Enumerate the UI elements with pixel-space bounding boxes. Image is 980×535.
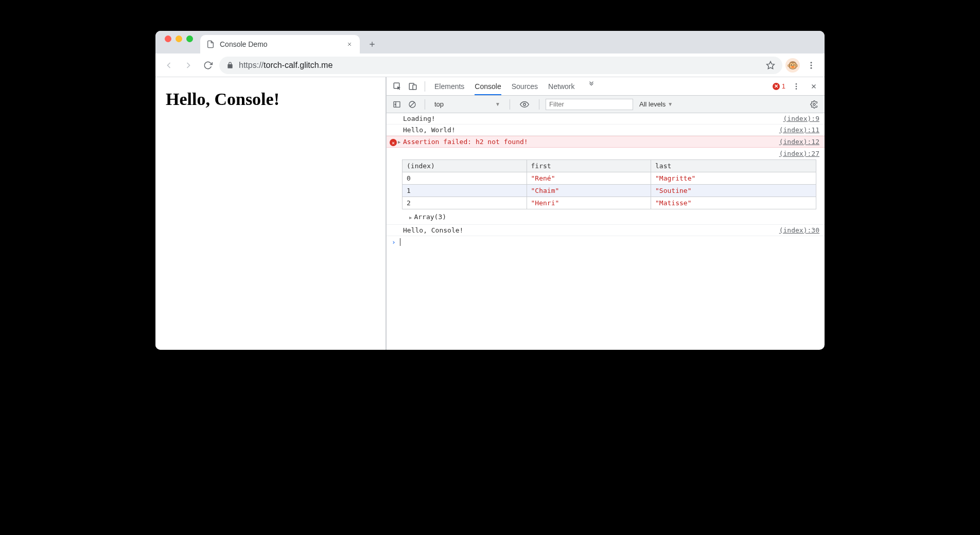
reload-button[interactable] — [200, 57, 216, 74]
console-message[interactable]: Loading! (index):9 — [387, 113, 825, 124]
table-header[interactable]: first — [527, 160, 651, 172]
browser-toolbar: https://torch-calf.glitch.me 🐵 — [155, 53, 825, 77]
error-count: 1 — [782, 82, 785, 90]
chrome-menu-button[interactable] — [803, 57, 819, 74]
minimize-window-button[interactable] — [176, 35, 182, 42]
svg-point-13 — [796, 88, 797, 90]
execution-context-select[interactable]: top ▼ — [431, 99, 503, 109]
tab-strip: Console Demo — [155, 31, 825, 53]
error-badge[interactable]: ✕ 1 — [773, 82, 785, 90]
svg-rect-16 — [394, 101, 400, 107]
table-header[interactable]: (index) — [402, 160, 527, 172]
close-tab-button[interactable] — [345, 40, 354, 48]
new-tab-button[interactable] — [365, 37, 379, 51]
svg-line-19 — [410, 102, 414, 106]
devtools-tabbar: Elements Console Sources Network ✕ 1 — [387, 77, 825, 96]
svg-point-5 — [811, 62, 812, 63]
console-message[interactable]: Hello, World! (index):11 — [387, 124, 825, 136]
svg-point-12 — [796, 85, 797, 87]
error-icon: ✕ — [773, 83, 780, 90]
live-expression-button[interactable] — [518, 98, 531, 111]
console-toolbar: top ▼ All levels ▼ — [387, 96, 825, 113]
window-controls — [160, 35, 198, 49]
devtools-menu-button[interactable] — [790, 80, 803, 93]
device-toolbar-button[interactable] — [406, 80, 419, 93]
console-settings-button[interactable] — [808, 98, 820, 111]
tab-console[interactable]: Console — [475, 78, 501, 95]
devtools-panel: Elements Console Sources Network ✕ 1 — [386, 77, 825, 350]
console-table: (index) first last 0 "René" "Magritte" — [402, 159, 816, 209]
devtools-tabs: Elements Console Sources Network — [434, 78, 598, 95]
array-disclosure[interactable]: ▶Array(3) — [397, 211, 819, 222]
maximize-window-button[interactable] — [186, 35, 193, 42]
svg-point-20 — [523, 103, 526, 105]
disclosure-triangle-icon[interactable]: ▶ — [398, 139, 400, 145]
source-link[interactable]: (index):27 — [779, 150, 819, 157]
url-text: https://torch-calf.glitch.me — [239, 61, 761, 70]
error-icon: ✕ — [390, 139, 397, 146]
table-row[interactable]: 1 "Chaim" "Soutine" — [402, 185, 816, 197]
svg-marker-4 — [767, 61, 775, 68]
chevron-down-icon: ▼ — [668, 101, 673, 107]
source-link[interactable]: (index):12 — [774, 138, 819, 146]
file-icon — [206, 40, 215, 48]
address-bar[interactable]: https://torch-calf.glitch.me — [219, 57, 782, 74]
clear-console-button[interactable] — [406, 98, 418, 111]
tab-elements[interactable]: Elements — [434, 78, 464, 95]
disclosure-triangle-icon: ▶ — [409, 215, 412, 220]
inspect-element-button[interactable] — [391, 80, 404, 93]
more-tabs-button[interactable] — [585, 78, 598, 91]
toggle-sidebar-button[interactable] — [391, 98, 403, 111]
browser-window: Console Demo https://torch-calf. — [155, 31, 825, 350]
browser-tab[interactable]: Console Demo — [200, 35, 360, 53]
profile-avatar[interactable]: 🐵 — [785, 58, 800, 73]
console-table-message: (index):27 (index) first last 0 — [387, 148, 825, 225]
forward-button[interactable] — [180, 57, 197, 74]
page-viewport: Hello, Console! — [155, 77, 386, 350]
source-link[interactable]: (index):30 — [774, 226, 819, 234]
log-levels-select[interactable]: All levels ▼ — [639, 100, 673, 108]
tab-title: Console Demo — [220, 40, 340, 48]
svg-point-7 — [811, 67, 812, 68]
console-body: Loading! (index):9 Hello, World! (index)… — [387, 113, 825, 350]
filter-input[interactable] — [546, 99, 633, 110]
text-caret — [400, 238, 400, 246]
console-message[interactable]: Hello, Console! (index):30 — [387, 225, 825, 236]
close-window-button[interactable] — [165, 35, 171, 42]
tab-network[interactable]: Network — [548, 78, 574, 95]
source-link[interactable]: (index):11 — [774, 126, 819, 134]
page-heading: Hello, Console! — [166, 90, 375, 109]
svg-point-11 — [796, 83, 797, 85]
table-row[interactable]: 0 "René" "Magritte" — [402, 172, 816, 185]
back-button[interactable] — [161, 57, 177, 74]
table-header[interactable]: last — [651, 160, 816, 172]
content-area: Hello, Console! Elements Console Sources… — [155, 77, 825, 350]
console-prompt[interactable]: › — [387, 236, 825, 248]
prompt-chevron-icon: › — [392, 238, 396, 246]
lock-icon — [226, 62, 234, 69]
chevron-down-icon: ▼ — [495, 101, 500, 107]
svg-point-21 — [813, 103, 815, 105]
source-link[interactable]: (index):9 — [778, 115, 819, 122]
close-devtools-button[interactable] — [807, 80, 820, 93]
tab-sources[interactable]: Sources — [512, 78, 538, 95]
svg-point-6 — [811, 64, 812, 66]
svg-rect-10 — [413, 85, 416, 90]
table-row[interactable]: 2 "Henri" "Matisse" — [402, 197, 816, 209]
bookmark-star-icon[interactable] — [766, 61, 775, 70]
console-error-message[interactable]: ✕ ▶ Assertion failed: h2 not found! (ind… — [387, 136, 825, 148]
